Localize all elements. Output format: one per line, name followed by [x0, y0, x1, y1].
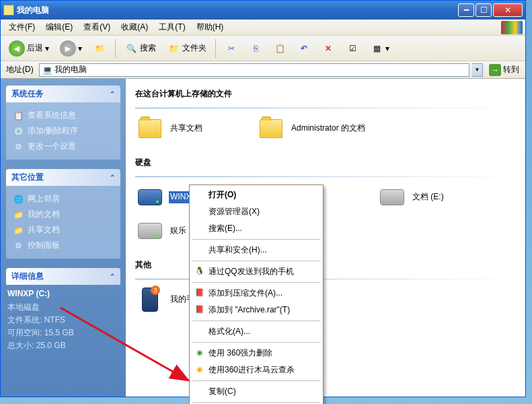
folders-button[interactable]: 📁 文件夹: [163, 40, 211, 57]
sidebar-item-shareddocs[interactable]: 📁共享文档: [13, 222, 114, 238]
go-label: 转到: [503, 64, 519, 75]
separator: [215, 39, 216, 58]
minimize-button[interactable]: ━: [458, 3, 474, 17]
properties-icon: ☑: [346, 42, 359, 55]
rar-icon: 📕: [194, 304, 205, 314]
ctx-qq-send[interactable]: 🐧通过QQ发送到我的手机: [191, 263, 321, 280]
cut-icon: ✂: [225, 42, 238, 55]
menu-edit[interactable]: 编辑(E): [40, 20, 78, 35]
details-free: 可用空间: 15.5 GB: [7, 327, 119, 339]
folders-icon: 📁: [167, 42, 180, 55]
maximize-button[interactable]: ☐: [476, 3, 492, 17]
divider: [135, 176, 516, 177]
go-button[interactable]: → 转到: [486, 63, 523, 77]
address-input[interactable]: 💻 我的电脑: [39, 63, 469, 77]
titlebar[interactable]: 我的电脑 ━ ☐ ✕: [1, 1, 525, 20]
sidebar-item-addremove[interactable]: 💿添加/删除程序: [13, 123, 114, 139]
paste-button[interactable]: 📋: [269, 40, 291, 57]
sidebar-item-controlpanel[interactable]: ⚙控制面板: [13, 238, 114, 253]
search-icon: 🔍: [124, 42, 138, 55]
context-menu: 打开(O) 资源管理器(X) 搜索(E)... 共享和安全(H)... 🐧通过Q…: [189, 184, 324, 404]
sidebar-item-sysinfo[interactable]: 📋查看系统信息: [13, 108, 114, 123]
panel-title: 其它位置: [11, 172, 44, 183]
delete-icon: ✕: [321, 42, 335, 55]
menu-favorites[interactable]: 收藏(A): [116, 20, 153, 35]
docs-icon: 📁: [13, 209, 24, 220]
menu-file[interactable]: 文件(F): [3, 20, 40, 35]
search-button[interactable]: 🔍 搜索: [120, 40, 160, 57]
ctx-add-archive[interactable]: 📕添加到压缩文件(A)...: [191, 285, 321, 302]
views-icon: ▦: [370, 42, 383, 55]
item-shared-docs[interactable]: 共享文档: [135, 115, 250, 142]
close-button[interactable]: ✕: [493, 3, 523, 17]
ctx-format[interactable]: 格式化(A)...: [191, 323, 321, 340]
back-icon: ◄: [9, 40, 25, 57]
system-tasks-panel: 系统任务 ⌃ 📋查看系统信息 💿添加/删除程序 ⚙更改一个设置: [6, 86, 120, 160]
up-button[interactable]: 📁: [89, 40, 110, 57]
menu-view[interactable]: 查看(V): [78, 20, 116, 35]
paste-icon: 📋: [273, 42, 287, 55]
dropdown-icon: ▾: [385, 44, 389, 53]
cut-button[interactable]: ✂: [221, 40, 242, 57]
separator: [192, 261, 320, 261]
settings-icon: ⚙: [13, 141, 24, 152]
sidebar-item-changesetting[interactable]: ⚙更改一个设置: [13, 139, 114, 154]
toolbar: ◄ 后退 ▾ ► ▾ 📁 🔍 搜索 📁 文件夹 ✂ ⎘ 📋 ↶ ✕ ☑ ▦▾: [1, 36, 525, 61]
ctx-copy[interactable]: 复制(C): [191, 383, 321, 400]
ctx-360-scan[interactable]: ◉使用360进行木马云查杀: [191, 362, 321, 378]
ctx-open[interactable]: 打开(O): [191, 187, 321, 203]
sidebar-item-network[interactable]: 🌐网上邻居: [13, 191, 114, 207]
undo-button[interactable]: ↶: [293, 40, 315, 57]
drive-icon: [380, 189, 404, 205]
ctx-360-delete[interactable]: ◉使用 360强力删除: [191, 345, 321, 362]
forward-button[interactable]: ► ▾: [56, 38, 86, 59]
drive-icon: [138, 189, 162, 205]
panel-title: 系统任务: [11, 88, 44, 100]
sidebar: 系统任务 ⌃ 📋查看系统信息 💿添加/删除程序 ⚙更改一个设置 其它位置 ⌃ 🌐…: [1, 79, 126, 397]
rar-icon: 📕: [194, 287, 205, 298]
menu-help[interactable]: 帮助(H): [191, 20, 229, 35]
shared-icon: 📁: [13, 225, 24, 236]
item-admin-docs[interactable]: Administrator 的文档: [256, 115, 371, 142]
window-title: 我的电脑: [17, 5, 458, 16]
dropdown-icon: ▾: [45, 44, 49, 53]
details-panel: 详细信息 ⌃ WINXP (C:) 本地磁盘 文件系统: NTFS 可用空间: …: [6, 268, 120, 356]
section-header-files: 在这台计算机上存储的文件: [135, 86, 516, 102]
item-drive-e[interactable]: 文档 (E:): [377, 184, 492, 211]
panel-header-details[interactable]: 详细信息 ⌃: [6, 268, 120, 285]
panel-header-places[interactable]: 其它位置 ⌃: [6, 169, 120, 186]
collapse-icon: ⌃: [110, 90, 115, 98]
views-button[interactable]: ▦▾: [366, 40, 393, 57]
drive-icon: [138, 223, 162, 239]
info-icon: 📋: [13, 110, 24, 121]
delete-button[interactable]: ✕: [317, 40, 339, 57]
windows-logo-icon: [501, 21, 523, 34]
ctx-explorer[interactable]: 资源管理器(X): [191, 203, 321, 220]
details-name: WINXP (C:): [7, 289, 119, 298]
folder-icon: [260, 119, 282, 138]
ctx-search[interactable]: 搜索(E)...: [191, 220, 321, 237]
menu-tools[interactable]: 工具(T): [153, 20, 190, 35]
separator: [192, 380, 320, 381]
panel-header-tasks[interactable]: 系统任务 ⌃: [6, 86, 120, 102]
other-places-panel: 其它位置 ⌃ 🌐网上邻居 📁我的文档 📁共享文档 ⚙控制面板: [6, 169, 120, 259]
copy-button[interactable]: ⎘: [245, 40, 266, 57]
separator: [192, 282, 320, 283]
go-icon: →: [489, 64, 501, 76]
ctx-add-to-rar[interactable]: 📕添加到 "Archive.rar"(T): [191, 302, 321, 318]
sidebar-item-mydocs[interactable]: 📁我的文档: [13, 207, 114, 222]
separator: [192, 321, 320, 321]
properties-button[interactable]: ☑: [342, 40, 363, 57]
divider: [135, 108, 516, 108]
details-total: 总大小: 25.0 GB: [7, 339, 119, 352]
separator: [192, 239, 320, 240]
360-icon: ◉: [194, 347, 205, 358]
details-type: 本地磁盘: [7, 301, 119, 314]
address-value: 我的电脑: [54, 64, 87, 75]
address-dropdown[interactable]: ▼: [472, 63, 483, 77]
ctx-share[interactable]: 共享和安全(H)...: [191, 242, 321, 259]
back-button[interactable]: ◄ 后退 ▾: [5, 38, 53, 59]
dropdown-icon: ▾: [78, 44, 82, 53]
address-label: 地址(D): [3, 64, 36, 75]
back-label: 后退: [27, 42, 43, 54]
